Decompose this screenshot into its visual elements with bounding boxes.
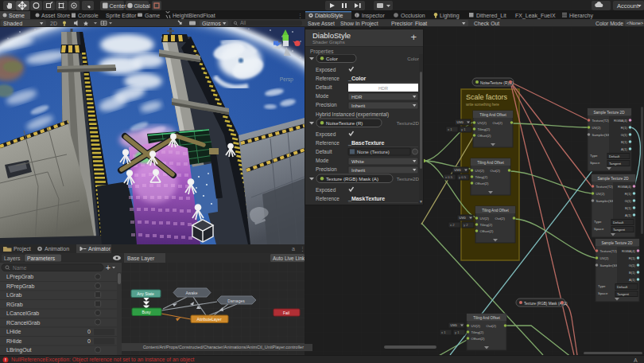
svg-text:!: !	[5, 357, 6, 362]
svg-text:Animator: Animator	[88, 246, 111, 252]
svg-text:Tiling(2): Tiling(2)	[478, 127, 491, 131]
svg-text:Sample Texture 2D: Sample Texture 2D	[602, 241, 634, 245]
svg-text:y 2: y 2	[464, 223, 468, 227]
svg-text:Reference: Reference	[316, 76, 339, 81]
svg-text:White: White	[351, 158, 364, 164]
svg-text:y 1: y 1	[455, 330, 460, 334]
svg-text:Tangent: Tangent	[609, 162, 622, 166]
svg-text:A(1): A(1)	[625, 213, 632, 217]
svg-text:Inspector: Inspector	[362, 13, 385, 19]
svg-text:x 1: x 1	[441, 330, 446, 334]
svg-text:UV0: UV0	[451, 323, 458, 327]
svg-text:UV(2): UV(2)	[478, 121, 487, 125]
svg-text:UV0: UV0	[457, 120, 464, 124]
svg-text:Inherit: Inherit	[351, 167, 365, 173]
svg-text:Precision: Precision	[316, 102, 337, 107]
svg-text:Base Layer: Base Layer	[127, 256, 155, 262]
svg-text:HDR: HDR	[351, 94, 363, 100]
svg-text:x 0.5: x 0.5	[445, 175, 453, 179]
svg-text:NullReferenceException: Object: NullReferenceException: Object reference…	[11, 357, 195, 363]
svg-text:NoiseTexture (R): NoiseTexture (R)	[326, 120, 363, 126]
svg-text:Offset(2): Offset(2)	[471, 337, 486, 341]
svg-text:Sample Texture 2D: Sample Texture 2D	[598, 177, 630, 181]
svg-text:UV0: UV0	[460, 216, 467, 220]
svg-text:Default: Default	[316, 84, 332, 90]
svg-text:Scene: Scene	[9, 13, 25, 18]
svg-text:Texture(T2): Texture(T2)	[592, 119, 610, 123]
svg-text:HDR: HDR	[378, 86, 388, 91]
svg-text:Tangent: Tangent	[613, 228, 626, 232]
svg-text:Tiling And Offset: Tiling And Offset	[473, 316, 500, 320]
svg-text:Color: Color	[326, 56, 338, 61]
svg-text:Layers: Layers	[4, 256, 21, 262]
svg-text:Awake: Awake	[186, 291, 198, 295]
svg-text:DiabloStyle: DiabloStyle	[315, 13, 343, 19]
svg-text:Lighting: Lighting	[440, 13, 460, 19]
svg-text:UV(2): UV(2)	[475, 169, 485, 173]
svg-text:Hierarchy: Hierarchy	[569, 13, 593, 19]
svg-text:Texture(T2): Texture(T2)	[596, 185, 614, 189]
svg-text:A: A	[634, 357, 638, 363]
svg-text:UV(2): UV(2)	[471, 324, 481, 328]
svg-text:A(1): A(1)	[621, 147, 628, 151]
svg-text:UV0: UV0	[455, 168, 462, 172]
svg-text:Save Asset: Save Asset	[308, 21, 335, 26]
svg-text:Tiling And Offset: Tiling And Offset	[479, 113, 506, 117]
svg-text:Account: Account	[617, 2, 639, 10]
svg-text:Exposed: Exposed	[316, 187, 336, 193]
svg-text:0: 0	[87, 338, 91, 344]
svg-text:Texture2D: Texture2D	[397, 176, 420, 182]
svg-text:R(1): R(1)	[621, 126, 628, 130]
svg-text:LCancelGrab: LCancelGrab	[6, 310, 39, 316]
svg-text:Space: Space	[590, 161, 600, 165]
svg-text:LPrepGrab: LPrepGrab	[6, 274, 33, 280]
svg-text:Default: Default	[609, 154, 620, 158]
svg-text:Texture(T2): Texture(T2)	[600, 249, 618, 253]
svg-text:R(1): R(1)	[629, 256, 636, 260]
svg-text:B(1): B(1)	[629, 271, 636, 275]
svg-text:Hybrid Instanced (experimental: Hybrid Instanced (experimental)	[316, 111, 389, 118]
svg-text:Scale factors: Scale factors	[466, 93, 508, 101]
svg-text:Name: Name	[13, 265, 27, 271]
svg-text:Sampler(SS): Sampler(SS)	[592, 133, 612, 137]
svg-text:Sample Texture 2D: Sample Texture 2D	[594, 111, 626, 115]
svg-text:G(1): G(1)	[629, 263, 636, 267]
svg-text:_MaskTexture: _MaskTexture	[347, 196, 385, 201]
svg-text:RGBA(4): RGBA(4)	[614, 119, 628, 123]
svg-text:Fail: Fail	[283, 310, 289, 315]
svg-text:Reference: Reference	[316, 196, 339, 201]
svg-text:x 1: x 1	[448, 127, 452, 131]
svg-text:Tangent: Tangent	[617, 292, 630, 296]
svg-text:Type: Type	[598, 284, 606, 288]
svg-text:Animation: Animation	[45, 246, 69, 252]
svg-text:RGBA(4): RGBA(4)	[618, 185, 632, 189]
svg-text:Inherit: Inherit	[351, 103, 365, 108]
svg-text:Check Out: Check Out	[474, 21, 499, 26]
svg-text:Type: Type	[594, 220, 602, 224]
svg-text:Tiling(2): Tiling(2)	[480, 223, 493, 227]
svg-text:Reference: Reference	[316, 140, 339, 146]
svg-text:Out(2): Out(2)	[487, 324, 497, 328]
svg-text:Float: Float	[415, 21, 427, 26]
svg-text:Console: Console	[78, 13, 99, 18]
svg-text:Occlusion: Occlusion	[401, 13, 425, 18]
svg-text:Shaded: Shaded	[3, 21, 22, 26]
svg-text:Damages: Damages	[227, 299, 245, 303]
svg-text:_Color: _Color	[347, 76, 366, 81]
svg-text:2D: 2D	[50, 21, 57, 26]
svg-text:Color Mode: Color Mode	[596, 21, 623, 26]
svg-text:Exposed: Exposed	[316, 67, 336, 73]
svg-text:+: +	[106, 263, 111, 272]
svg-text:Center: Center	[110, 3, 127, 9]
svg-text:Offset(2): Offset(2)	[478, 134, 492, 138]
svg-text:Global: Global	[134, 3, 151, 9]
svg-text:Gizmos: Gizmos	[202, 21, 221, 26]
svg-text:LHide: LHide	[6, 329, 21, 334]
svg-text:UV(2): UV(2)	[480, 217, 490, 221]
svg-text:_BaseTexture: _BaseTexture	[347, 140, 385, 146]
svg-text:Show In Project: Show In Project	[340, 21, 378, 27]
svg-text:Dithered_Lit: Dithered_Lit	[476, 13, 506, 19]
svg-text:Asset Store: Asset Store	[41, 13, 70, 18]
svg-text:A(1): A(1)	[629, 278, 636, 282]
svg-text:HeightBlendFloat: HeightBlendFloat	[173, 13, 215, 19]
